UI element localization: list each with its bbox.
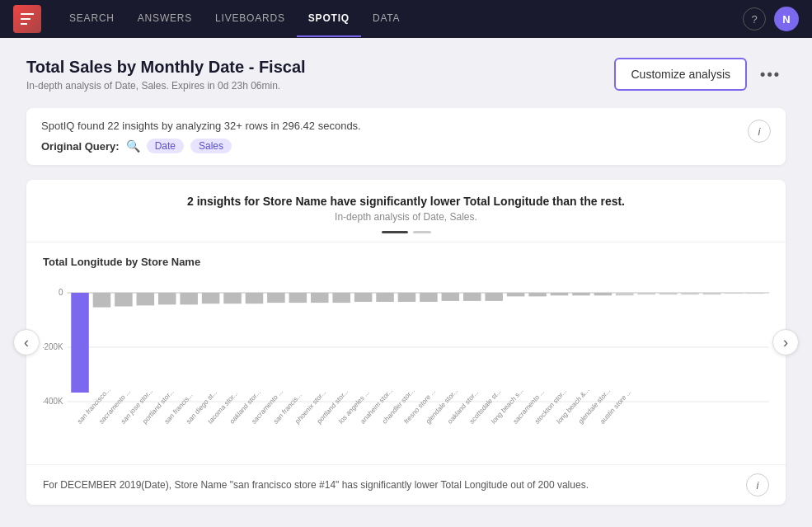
nav-spotiq[interactable]: SPOTIQ: [297, 1, 361, 37]
insight-subtitle: In-depth analysis of Date, Sales.: [43, 211, 769, 223]
query-label: Original Query:: [41, 140, 120, 153]
logo[interactable]: [13, 5, 41, 33]
svg-rect-28: [463, 293, 481, 301]
svg-rect-20: [289, 293, 307, 303]
tag-date[interactable]: Date: [147, 139, 184, 153]
footer-note: For DECEMBER 2019(Date), Store Name "san…: [43, 479, 589, 491]
info-icon[interactable]: i: [748, 120, 771, 143]
user-avatar[interactable]: N: [774, 7, 799, 31]
page-title-block: Total Sales by Monthly Date - Fiscal In-…: [26, 58, 306, 92]
svg-rect-33: [572, 293, 590, 295]
svg-rect-38: [681, 293, 699, 294]
page-header: Total Sales by Monthly Date - Fiscal In-…: [26, 58, 786, 92]
svg-rect-16: [202, 293, 220, 303]
customize-analysis-button[interactable]: Customize analysis: [614, 58, 747, 91]
dot-active: [382, 231, 408, 233]
info-card-content: SpotIQ found 22 insights by analyzing 32…: [41, 120, 361, 153]
svg-rect-17: [223, 293, 242, 303]
svg-rect-30: [507, 293, 525, 296]
svg-rect-25: [398, 293, 416, 302]
insight-header: 2 insights for Store Name have significa…: [26, 180, 786, 242]
chart-svg: 0 -200K -400K: [43, 275, 769, 456]
prev-insight-button[interactable]: ‹: [13, 329, 40, 355]
insight-card: 2 insights for Store Name have significa…: [26, 180, 786, 505]
query-row: Original Query: 🔍 Date Sales: [41, 139, 361, 153]
tag-sales[interactable]: Sales: [190, 139, 232, 153]
svg-rect-31: [528, 293, 547, 296]
svg-rect-18: [246, 293, 264, 303]
chart-title: Total Longitude by Store Name: [43, 256, 769, 268]
svg-rect-32: [551, 293, 569, 295]
chart-container: 0 -200K -400K: [43, 275, 769, 456]
svg-rect-35: [616, 293, 634, 295]
svg-rect-40: [725, 293, 743, 294]
page-subtitle: In-depth analysis of Date, Sales. Expire…: [26, 80, 306, 92]
svg-text:0: 0: [59, 288, 63, 298]
top-navigation: SEARCH ANSWERS LIVEBOARDS SPOTIQ DATA ? …: [0, 0, 812, 38]
search-icon: 🔍: [126, 139, 140, 153]
svg-rect-15: [180, 293, 198, 304]
svg-rect-27: [442, 293, 460, 301]
nav-actions: ? N: [743, 7, 799, 31]
svg-rect-26: [420, 293, 438, 302]
svg-rect-14: [158, 293, 176, 304]
insight-title: 2 insights for Store Name have significa…: [43, 195, 769, 208]
insight-wrapper: ‹ 2 insights for Store Name have signifi…: [26, 180, 786, 505]
nav-search[interactable]: SEARCH: [58, 1, 126, 37]
header-actions: Customize analysis •••: [614, 58, 786, 91]
svg-rect-21: [311, 293, 329, 303]
svg-rect-41: [747, 293, 765, 294]
next-insight-button[interactable]: ›: [772, 329, 799, 355]
info-text: SpotIQ found 22 insights by analyzing 32…: [41, 120, 361, 132]
nav-answers[interactable]: ANSWERS: [126, 1, 204, 37]
svg-rect-34: [594, 293, 613, 295]
insight-dots: [43, 231, 769, 233]
nav-liveboards[interactable]: LIVEBOARDS: [204, 1, 297, 37]
chart-area: Total Longitude by Store Name 0 -200K -4…: [26, 242, 786, 464]
dot-inactive: [413, 231, 431, 233]
insight-footer: For DECEMBER 2019(Date), Store Name "san…: [26, 464, 786, 505]
svg-rect-13: [137, 293, 155, 305]
more-options-button[interactable]: •••: [755, 63, 786, 87]
svg-rect-12: [115, 293, 133, 307]
svg-text:-200K: -200K: [43, 342, 63, 352]
insight-info-icon[interactable]: i: [746, 473, 769, 496]
svg-rect-37: [659, 293, 678, 294]
svg-rect-10: [71, 293, 89, 393]
svg-rect-11: [93, 293, 111, 308]
page-content: Total Sales by Monthly Date - Fiscal In-…: [0, 38, 812, 527]
svg-rect-22: [332, 293, 350, 303]
svg-rect-24: [376, 293, 394, 302]
svg-rect-39: [703, 293, 721, 294]
help-button[interactable]: ?: [743, 7, 766, 31]
nav-data[interactable]: DATA: [361, 1, 411, 37]
page-title: Total Sales by Monthly Date - Fiscal: [26, 58, 306, 77]
info-card: SpotIQ found 22 insights by analyzing 32…: [26, 108, 786, 165]
svg-rect-23: [354, 293, 373, 302]
svg-text:-400K: -400K: [43, 397, 63, 407]
svg-rect-36: [637, 293, 655, 294]
svg-rect-29: [485, 293, 503, 301]
svg-rect-19: [267, 293, 285, 303]
nav-links: SEARCH ANSWERS LIVEBOARDS SPOTIQ DATA: [58, 1, 743, 37]
